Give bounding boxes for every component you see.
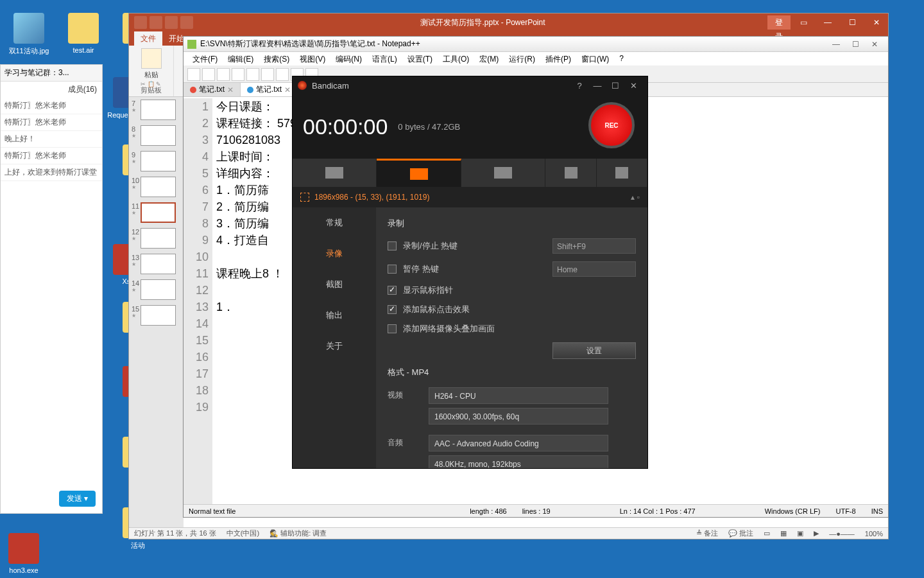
slide-thumbnail[interactable]: 13★ xyxy=(132,254,181,274)
mode-device[interactable] xyxy=(461,159,545,187)
tab-label: 笔记.txt xyxy=(256,84,282,95)
checkbox-show-cursor[interactable] xyxy=(388,286,397,295)
ribbon-options-icon[interactable]: ▭ xyxy=(792,15,815,30)
checkbox-webcam[interactable] xyxy=(388,324,397,333)
maximize-icon[interactable]: ☐ xyxy=(846,40,865,49)
minimize-icon[interactable]: — xyxy=(826,40,846,49)
menu-item[interactable]: 编辑(E) xyxy=(223,52,259,66)
help-icon[interactable]: ? xyxy=(570,81,588,91)
save-icon[interactable] xyxy=(217,68,230,81)
paste-icon[interactable] xyxy=(141,48,162,69)
slides-pane[interactable]: 7★8★9★10★11★12★13★14★15★ xyxy=(129,97,184,527)
menu-item[interactable]: 窗口(W) xyxy=(576,52,614,66)
maximize-icon[interactable]: ☐ xyxy=(606,81,624,91)
close-icon[interactable] xyxy=(246,68,259,81)
mode-open[interactable] xyxy=(545,159,596,187)
slide-thumbnail[interactable]: 15★ xyxy=(132,305,181,326)
sidebar-item[interactable]: 常规 xyxy=(293,207,376,238)
print-icon[interactable] xyxy=(261,68,274,81)
chat-members[interactable]: 成员(16) xyxy=(1,82,102,98)
input-rec-hotkey[interactable]: Shift+F9 xyxy=(552,238,636,254)
view-reading-icon[interactable]: ▣ xyxy=(797,529,803,538)
slide-thumbnail[interactable]: 14★ xyxy=(132,279,181,300)
slide-thumbnail[interactable]: 9★ xyxy=(132,151,181,171)
mode-screen[interactable] xyxy=(377,159,461,187)
new-icon[interactable] xyxy=(187,68,200,81)
minimize-icon[interactable]: — xyxy=(588,81,606,91)
tab-close-icon[interactable]: ✕ xyxy=(284,85,291,94)
menu-item[interactable]: 搜索(S) xyxy=(259,52,295,66)
sidebar-item[interactable]: 输出 xyxy=(293,300,376,331)
expand-icon[interactable]: ▴ ▫ xyxy=(631,193,640,202)
comments-button[interactable]: 💬 批注 xyxy=(728,529,753,538)
mode-game[interactable] xyxy=(293,159,377,187)
sidebar-item[interactable]: 录像 xyxy=(293,238,376,269)
open-icon[interactable] xyxy=(202,68,215,81)
editor-tab[interactable]: 笔记.txt✕ xyxy=(241,83,298,96)
menu-item[interactable]: 视图(V) xyxy=(295,52,330,66)
slide-thumbnail[interactable]: 8★ xyxy=(132,125,181,146)
slide-thumbnail[interactable]: 11★ xyxy=(132,202,181,223)
tab-file[interactable]: 文件 xyxy=(134,31,162,46)
language-indicator[interactable]: 中文(中国) xyxy=(227,529,259,538)
editor-tab[interactable]: 笔记.txt✕ xyxy=(184,83,241,96)
audio-codec: AAC - Advanced Audio Coding xyxy=(429,435,608,451)
menu-item[interactable]: ? xyxy=(614,52,629,66)
checkbox-rec-hotkey[interactable] xyxy=(388,241,397,250)
slide-thumbnail[interactable]: 7★ xyxy=(132,100,181,120)
maximize-icon[interactable]: ☐ xyxy=(841,15,864,30)
view-slideshow-icon[interactable]: ▶ xyxy=(814,529,819,538)
chat-message: 特斯汀〗悠米老师 xyxy=(1,148,102,164)
input-pause-hotkey[interactable]: Home xyxy=(552,261,636,277)
accessibility-indicator[interactable]: 🕵 辅助功能: 调查 xyxy=(270,529,327,538)
menu-item[interactable]: 插件(P) xyxy=(540,52,576,66)
save-all-icon[interactable] xyxy=(232,68,244,81)
npp-statusbar: Normal text file length : 486 lines : 19… xyxy=(184,504,888,517)
view-sorter-icon[interactable]: ▦ xyxy=(780,529,787,538)
mode-capture[interactable] xyxy=(597,159,647,187)
sidebar-item[interactable]: 截图 xyxy=(293,269,376,300)
notes-button[interactable]: ≜ 备注 xyxy=(696,529,718,538)
ppt-titlebar: 测试开发简历指导.pptx - PowerPoint 登录 ▭ — ☐ ✕ xyxy=(129,13,888,31)
menu-item[interactable]: 工具(O) xyxy=(438,52,474,66)
paste-label[interactable]: 粘贴 xyxy=(129,70,173,80)
label-pause-hotkey: 暂停 热键 xyxy=(403,263,439,275)
slideshow-icon[interactable] xyxy=(180,16,193,29)
zoom-level[interactable]: 100% xyxy=(865,530,883,538)
menu-item[interactable]: 语言(L) xyxy=(367,52,402,66)
login-button[interactable]: 登录 xyxy=(767,15,791,30)
cut-icon[interactable] xyxy=(276,68,289,81)
menu-item[interactable]: 文件(F) xyxy=(187,52,223,66)
slide-thumbnail[interactable]: 12★ xyxy=(132,228,181,249)
sidebar-item[interactable]: 关于 xyxy=(293,331,376,362)
desktop-icon[interactable]: hon3.exe xyxy=(1,533,46,574)
label-show-cursor: 显示鼠标指针 xyxy=(403,285,453,296)
desktop-icon[interactable]: 双11活动.jpg xyxy=(6,13,51,56)
menu-item[interactable]: 运行(R) xyxy=(504,52,540,66)
menu-item[interactable]: 设置(T) xyxy=(402,52,438,66)
record-button[interactable]: REC xyxy=(588,102,635,148)
desktop-icon[interactable]: test.air xyxy=(61,13,106,54)
settings-button-1[interactable]: 设置 xyxy=(552,342,636,359)
minimize-icon[interactable]: — xyxy=(816,15,839,30)
close-icon[interactable]: ✕ xyxy=(624,81,642,91)
chat-send-button[interactable]: 发送 ▾ xyxy=(59,491,96,507)
view-normal-icon[interactable]: ▭ xyxy=(764,529,770,538)
chat-message: 上好，欢迎来到特斯汀课堂 xyxy=(1,164,102,181)
region-bar[interactable]: 1896x986 - (15, 33), (1911, 1019) ▴ ▫ xyxy=(293,187,647,207)
menu-item[interactable]: 宏(M) xyxy=(474,52,504,66)
menu-item[interactable]: 编码(N) xyxy=(330,52,367,66)
undo-icon[interactable] xyxy=(150,16,162,29)
zoom-slider[interactable]: —●—— xyxy=(829,530,855,538)
tab-close-icon[interactable]: ✕ xyxy=(227,85,234,94)
chat-message: 晚上好！ xyxy=(1,131,102,148)
slide-thumbnail[interactable]: 10★ xyxy=(132,177,181,197)
icon-label: 活动 xyxy=(116,541,160,550)
save-icon[interactable] xyxy=(134,16,147,29)
redo-icon[interactable] xyxy=(165,16,178,29)
checkbox-click-effect[interactable] xyxy=(388,305,397,314)
close-icon[interactable]: ✕ xyxy=(865,40,884,49)
checkbox-pause-hotkey[interactable] xyxy=(388,265,397,274)
encoding-indicator: UTF-8 xyxy=(835,507,855,515)
close-icon[interactable]: ✕ xyxy=(865,15,888,30)
